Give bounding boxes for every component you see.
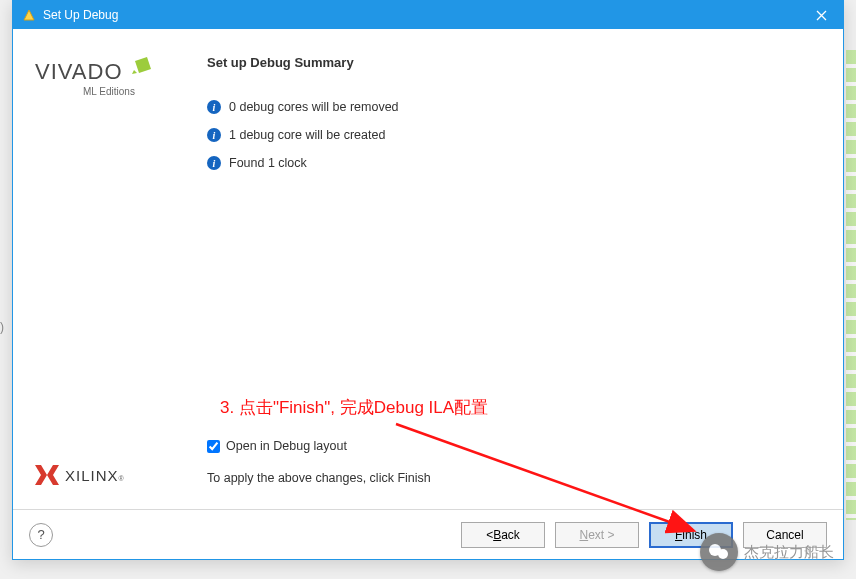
setup-debug-dialog: Set Up Debug VIVADO ML Editions [12, 0, 844, 560]
app-icon [21, 7, 37, 23]
summary-item-text: Found 1 clock [229, 156, 307, 170]
summary-heading: Set up Debug Summary [207, 55, 819, 70]
dialog-body: VIVADO ML Editions XILINX ® Set u [13, 29, 843, 559]
summary-item: i 0 debug cores will be removed [207, 100, 819, 114]
background-left-fragment: ) [0, 320, 4, 334]
dialog-main: VIVADO ML Editions XILINX ® Set u [13, 29, 843, 509]
background-strip [846, 50, 856, 520]
close-button[interactable] [799, 1, 843, 29]
xilinx-logo: XILINX ® [35, 463, 181, 487]
vivado-logo: VIVADO ML Editions [35, 55, 155, 115]
summary-item-text: 1 debug core will be created [229, 128, 385, 142]
window-title: Set Up Debug [43, 8, 799, 22]
cancel-button[interactable]: Cancel [743, 522, 827, 548]
content-area: Set up Debug Summary i 0 debug cores wil… [193, 29, 843, 509]
bottom-block: Open in Debug layout To apply the above … [207, 439, 819, 499]
summary-item: i 1 debug core will be created [207, 128, 819, 142]
info-icon: i [207, 156, 221, 170]
next-button: Next > [555, 522, 639, 548]
checkbox-label: Open in Debug layout [226, 439, 347, 453]
sidebar: VIVADO ML Editions XILINX ® [13, 29, 193, 509]
summary-item-text: 0 debug cores will be removed [229, 100, 399, 114]
svg-text:ML Editions: ML Editions [83, 86, 135, 97]
finish-button[interactable]: Finish [649, 522, 733, 548]
svg-text:VIVADO: VIVADO [35, 59, 123, 84]
help-button[interactable]: ? [29, 523, 53, 547]
dialog-footer: ? < Back Next > Finish Cancel [13, 509, 843, 559]
apply-instruction: To apply the above changes, click Finish [207, 471, 819, 485]
info-icon: i [207, 128, 221, 142]
info-icon: i [207, 100, 221, 114]
xilinx-text: XILINX [65, 467, 119, 484]
titlebar: Set Up Debug [13, 1, 843, 29]
back-button[interactable]: < Back [461, 522, 545, 548]
checkbox-input[interactable] [207, 440, 220, 453]
summary-item: i Found 1 clock [207, 156, 819, 170]
open-debug-layout-checkbox[interactable]: Open in Debug layout [207, 439, 819, 453]
